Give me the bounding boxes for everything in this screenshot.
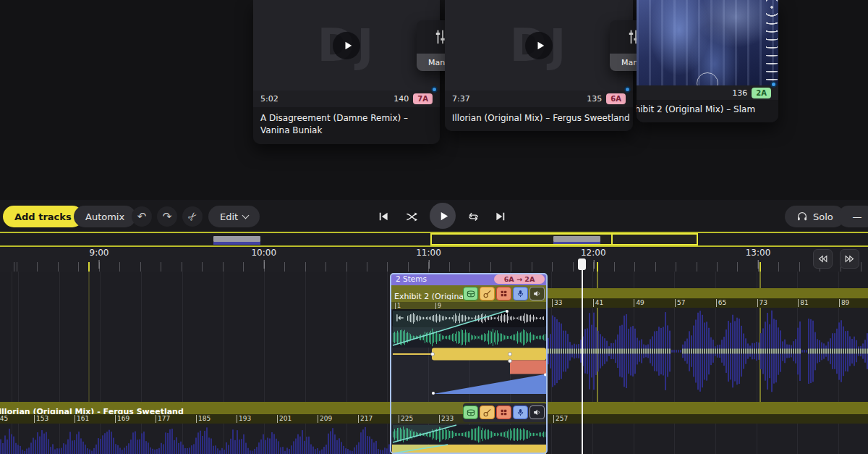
overview-waveform-chunk (213, 242, 260, 245)
bottom-track-beat-ruler: 145153161169177185193201209217225233 257 (0, 414, 868, 424)
stems-count-label: 2 Stems (396, 274, 427, 283)
track-card-3[interactable]: 136 2A Exhibit 2 (Original Mix) – Slam (637, 0, 778, 122)
stem-melody-icon[interactable] (496, 287, 511, 300)
rewind-icon (817, 253, 829, 265)
headphones-icon (796, 211, 808, 222)
album-art-placeholder-2: DJ (445, 0, 633, 91)
scroll-left-button[interactable] (813, 249, 833, 269)
beat-number: 57 (675, 299, 685, 307)
bottom-track-waveform[interactable] (0, 424, 391, 454)
key-badge: 7A (413, 93, 433, 104)
stems-beat-ruler: 19 (391, 302, 546, 309)
fast-forward-icon (843, 253, 856, 265)
stems-block-header[interactable]: 2 Stems 6A → 2A (391, 273, 546, 285)
skip-to-start-button[interactable] (374, 207, 393, 226)
skip-end-icon (494, 210, 507, 223)
stem-lane-drums[interactable] (392, 309, 546, 327)
beat-number: 9 (435, 303, 441, 309)
play-button[interactable] (430, 203, 456, 229)
time-ruler[interactable]: 9:0010:0011:0012:0013:00 (0, 247, 868, 272)
dj-studio-app: DJ 5:02 140 7A A Disagreement (Damne Rem… (0, 0, 868, 454)
automix-button[interactable]: Automix (74, 206, 136, 227)
play-icon (438, 211, 449, 222)
melodic-waveform-bottom (393, 426, 545, 443)
track-title: A Disagreement (Damne Remix) – Vanina Bu… (253, 107, 440, 144)
main-toolbar: Add tracks Automix ↶ ↷ ✂ Edit (0, 200, 868, 232)
track-card-1[interactable]: DJ 5:02 140 7A A Disagreement (Damne Rem… (253, 0, 440, 144)
play-icon (343, 41, 353, 51)
beat-number: 41 (593, 299, 603, 307)
collapse-panel-button[interactable]: — (838, 206, 868, 227)
edit-menu-button[interactable]: Edit (208, 206, 260, 227)
stem-drums-icon[interactable] (463, 287, 478, 300)
stem-bass-icon[interactable] (480, 405, 495, 419)
track-bpm: 136 (732, 88, 747, 98)
stem-drums-icon[interactable] (463, 405, 478, 419)
stems-track-title: Exhibit 2 (Original Mix) – Slam (394, 288, 463, 300)
play-button-1[interactable] (333, 32, 360, 59)
solo-button[interactable]: Solo (785, 206, 845, 227)
beat-number: 73 (757, 299, 767, 307)
jump-mix-button[interactable] (402, 207, 421, 226)
stem-volume-icon[interactable] (529, 287, 545, 300)
cue-marker-tick (88, 262, 90, 272)
track-duration: 5:02 (260, 94, 278, 104)
hour-label: 9:00 (90, 248, 109, 258)
key-transition-badge: 6A → 2A (494, 274, 545, 284)
hour-label: 11:00 (416, 248, 441, 258)
top-track-header-strip[interactable] (548, 288, 868, 298)
album-art-3 (637, 0, 778, 85)
hour-label: 10:00 (251, 248, 276, 258)
track-meta-row: 7:37 135 6A (445, 91, 633, 107)
redo-button[interactable]: ↷ (157, 206, 177, 227)
playhead-handle[interactable] (578, 258, 586, 270)
beat-number: 257 (553, 415, 568, 423)
top-track-beat-ruler: 3341495765738189 (548, 298, 868, 308)
hour-label: 13:00 (746, 248, 771, 258)
beat-number: 89 (839, 299, 849, 307)
redo-icon: ↷ (163, 210, 172, 223)
stem-vocals-icon[interactable] (513, 287, 528, 300)
track-title: Illorian (Original Mix) – Fergus Sweetla… (445, 107, 633, 131)
track-bpm: 140 (393, 94, 409, 104)
stem-bass-icon[interactable] (480, 287, 495, 300)
skip-start-icon (377, 210, 390, 223)
cue-dot[interactable] (624, 86, 631, 93)
stem-lane-melodic[interactable] (392, 327, 546, 348)
stem-volume-icon[interactable] (529, 405, 545, 419)
album-art-placeholder-1: DJ (253, 0, 440, 91)
stem-toggle-row-bottom (463, 403, 547, 422)
label-logo (697, 72, 718, 85)
undo-button[interactable]: ↶ (132, 206, 152, 227)
cue-dot[interactable] (431, 86, 438, 93)
skip-to-end-button[interactable] (491, 207, 510, 226)
cue-marker-tick (760, 262, 761, 272)
loop-button[interactable] (464, 207, 482, 226)
play-icon (535, 41, 545, 51)
top-track-waveform[interactable] (548, 308, 868, 395)
snap-to-start-icon (395, 313, 405, 323)
overview-viewport[interactable] (430, 233, 698, 245)
track-meta-row: 136 2A (637, 85, 778, 100)
stem-toggle-row (463, 287, 545, 300)
drums-waveform (407, 311, 545, 326)
split-button[interactable]: ✂ (182, 206, 203, 227)
mix-overview-strip[interactable] (0, 232, 868, 247)
track-title: Exhibit 2 (Original Mix) – Slam (637, 100, 778, 122)
track-card-2[interactable]: DJ 7:37 135 6A Illorian (Original Mix) –… (445, 0, 633, 131)
stem-lane-melodic-bottom[interactable] (392, 425, 546, 444)
hour-labels: 9:0010:0011:0012:0013:00 (0, 248, 868, 259)
add-tracks-button[interactable]: Add tracks (3, 206, 83, 227)
bottom-track-header[interactable]: Illorian (Original Mix) - Fergus Sweetla… (0, 402, 868, 414)
timeline-editor[interactable]: 3341495765738189 Illorian (Original Mix)… (0, 272, 868, 454)
stem-vocals-icon[interactable] (513, 405, 528, 419)
repeat-icon (467, 210, 480, 224)
melodic-waveform (393, 328, 545, 347)
overview-track-divider (611, 233, 613, 245)
track-meta-row: 5:02 140 7A (253, 91, 440, 107)
play-button-2[interactable] (525, 32, 553, 59)
cue-dot[interactable] (770, 81, 777, 88)
stem-melody-icon[interactable] (496, 405, 511, 419)
scroll-right-button[interactable] (840, 249, 859, 269)
stems-track-header[interactable]: Exhibit 2 (Original Mix) – Slam (391, 285, 546, 302)
